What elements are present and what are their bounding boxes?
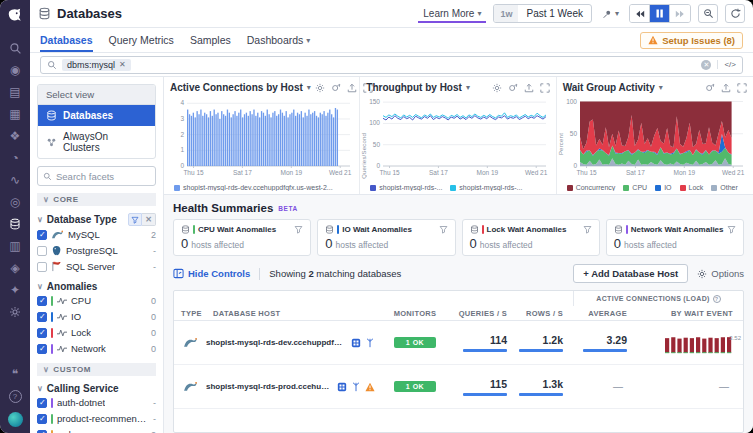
nav-search-icon[interactable] [0, 37, 30, 59]
chart-export-icon[interactable] [721, 83, 731, 93]
legend-item[interactable]: Concurrency [567, 184, 616, 191]
nav-synthetics-icon[interactable]: ✦ [0, 279, 30, 301]
nav-apm-icon[interactable]: ◎ [0, 191, 30, 213]
search-filter-tag[interactable]: dbms:mysql✕ [62, 59, 131, 71]
health-card-network[interactable]: Network Wait Anomalies 0hosts affected [606, 219, 744, 256]
filter-funnel-icon[interactable] [128, 213, 142, 226]
facet-service-orders-app[interactable]: orders-app 2 [37, 426, 156, 433]
learn-more-button[interactable]: Learn More▾ [418, 5, 486, 23]
checkbox[interactable] [37, 430, 47, 433]
legend-item[interactable]: Lock [680, 184, 704, 191]
user-avatar[interactable] [8, 412, 23, 427]
col-by-wait-event[interactable]: BY WAIT EVENT [637, 309, 743, 318]
facet-group-anomalies[interactable]: ∨Anomalies [37, 281, 156, 292]
chart-export-icon[interactable] [524, 83, 534, 93]
nav-security-icon[interactable]: ◈ [0, 257, 30, 279]
nav-watchdog-icon[interactable]: ◉ [0, 59, 30, 81]
health-card-io[interactable]: IO Wait Anomalies 0hosts affected [317, 219, 455, 256]
nav-dashboards-icon[interactable]: ▦ [0, 103, 30, 125]
facet-search-input[interactable] [37, 166, 156, 186]
facet-search-field[interactable] [56, 171, 141, 182]
monitor-status-badge[interactable]: 1 OK [394, 381, 436, 392]
pin-time-button[interactable]: ▾ [599, 9, 622, 19]
checkbox[interactable] [37, 246, 47, 256]
nav-feedback-icon[interactable]: ❝ [0, 363, 30, 385]
tab-samples[interactable]: Samples [190, 28, 231, 52]
nav-events-icon[interactable]: ▤ [0, 81, 30, 103]
facet-anomaly-lock[interactable]: Lock 0 [37, 324, 156, 340]
chart-title[interactable]: Active Connections by Host [170, 82, 303, 93]
refresh-button[interactable] [725, 4, 745, 23]
area-chart-plot[interactable]: 050100Thu 15Sat 17Mon 19Wed 21 [563, 93, 747, 179]
hide-controls-button[interactable]: Hide Controls [173, 268, 250, 279]
nav-logs-icon[interactable]: ▥ [0, 235, 30, 257]
filter-funnel-icon[interactable] [294, 225, 303, 234]
chart-forecast-icon[interactable] [508, 83, 518, 93]
legend-item[interactable]: Other [711, 184, 738, 191]
help-icon[interactable]: ? [713, 295, 721, 303]
chevron-down-icon[interactable]: ▾ [307, 83, 311, 92]
time-range-picker[interactable]: 1w Past 1 Week [493, 4, 592, 23]
add-database-host-button[interactable]: + Add Database Host [573, 264, 688, 283]
facet-service-product-recommendation[interactable]: product-recommendati... - [37, 410, 156, 426]
view-item-databases[interactable]: Databases [38, 105, 155, 126]
options-button[interactable]: Options [697, 268, 744, 279]
section-custom[interactable]: ∨CUSTOM [37, 363, 156, 376]
forward-button[interactable] [670, 5, 690, 22]
checkbox[interactable] [37, 344, 47, 354]
nav-monitors-icon[interactable]: ◔ [0, 147, 30, 169]
facet-group-database-type[interactable]: ∨Database Type ✕ [37, 213, 156, 226]
chevron-down-icon[interactable]: ▾ [659, 83, 663, 92]
facet-sql-server[interactable]: SQL Server - [37, 258, 156, 274]
col-rows-per-s[interactable]: ROWS / S [517, 309, 573, 318]
host-link[interactable]: shopist-mysql-rds-dev.ccehuppdfqfx.us-we… [206, 338, 346, 347]
nav-help-icon[interactable]: ? [9, 390, 22, 403]
checkbox[interactable] [37, 414, 47, 424]
nav-infrastructure-icon[interactable]: ❖ [0, 125, 30, 147]
setup-issues-button[interactable]: Setup Issues (8) [640, 32, 743, 49]
remove-tag-icon[interactable]: ✕ [119, 60, 126, 69]
bar-chart-plot[interactable]: 01234Thu 15Sat 17Mon 19Wed 21 [170, 93, 354, 179]
legend-item[interactable]: shopist-mysql-rds-... [450, 184, 522, 191]
health-card-cpu[interactable]: CPU Wait Anomalies 0hosts affected [173, 219, 311, 256]
facet-service-auth-dotnet[interactable]: auth-dotnet - [37, 394, 156, 410]
tab-dashboards[interactable]: Dashboards▾ [247, 28, 311, 52]
search-input[interactable]: dbms:mysql✕ ✕ </> [40, 56, 743, 74]
legend-item[interactable]: shopist-mysql-rds-... [370, 184, 442, 191]
checkbox[interactable] [37, 230, 47, 240]
col-database-host[interactable]: DATABASE HOST [206, 309, 379, 318]
facet-mysql[interactable]: MySQL 2 [37, 226, 156, 242]
filter-funnel-icon[interactable] [439, 225, 448, 234]
chart-forecast-icon[interactable] [331, 83, 341, 93]
facet-anomaly-network[interactable]: Network 0 [37, 340, 156, 356]
filter-funnel-icon[interactable] [583, 225, 592, 234]
checkbox[interactable] [37, 296, 47, 306]
network-icon[interactable] [365, 338, 375, 348]
col-type[interactable]: TYPE [174, 309, 206, 318]
chart-title[interactable]: Throughput by Host [366, 82, 462, 93]
checkbox[interactable] [37, 398, 47, 408]
host-map-icon[interactable] [337, 382, 347, 392]
facet-postgresql[interactable]: PostgreSQL - [37, 242, 156, 258]
datadog-logo-icon[interactable] [7, 7, 23, 23]
table-row[interactable]: shopist-mysql-rds-prod.ccehuppdfqfx.us-w… [174, 365, 743, 409]
checkbox[interactable] [37, 312, 47, 322]
pause-button[interactable] [650, 5, 670, 22]
tab-databases[interactable]: Databases [40, 28, 93, 52]
table-row[interactable]: shopist-mysql-rds-dev.ccehuppdfqfx.us-we… [174, 321, 743, 365]
chart-export-icon[interactable] [347, 83, 357, 93]
chart-forecast-icon[interactable] [705, 83, 715, 93]
chart-settings-icon[interactable] [315, 83, 325, 93]
filter-funnel-icon[interactable] [727, 225, 736, 234]
host-link[interactable]: shopist-mysql-rds-prod.ccehuppdfqfx.us-w… [206, 382, 332, 391]
nav-settings-icon[interactable] [0, 301, 30, 323]
legend-item[interactable]: shopist-mysql-rds-dev.ccehuppdfqfx.us-we… [174, 184, 333, 191]
clear-filter-icon[interactable]: ✕ [142, 213, 156, 226]
facet-group-calling-service[interactable]: ∨Calling Service [37, 383, 156, 394]
clear-search-icon[interactable]: ✕ [701, 60, 711, 70]
chevron-down-icon[interactable]: ▾ [466, 83, 470, 92]
col-average[interactable]: AVERAGE [573, 309, 637, 318]
chart-title[interactable]: Wait Group Activity [563, 82, 655, 93]
legend-item[interactable]: IO [655, 184, 671, 191]
facet-anomaly-io[interactable]: IO 0 [37, 308, 156, 324]
